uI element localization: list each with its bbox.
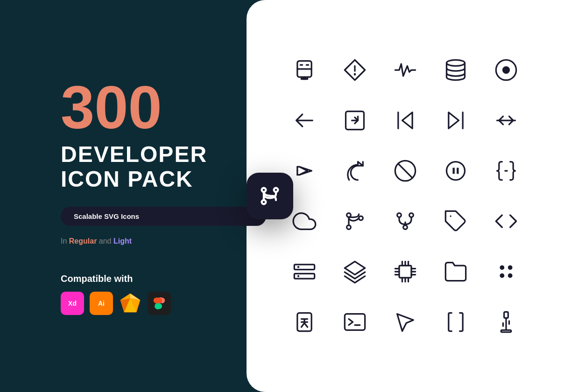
main-container: 300 DEVELOPER ICON PACK Scalable SVG Ico…	[0, 0, 564, 392]
app-icons-row: Xd Ai	[61, 292, 266, 315]
icon-tag-question	[437, 203, 474, 240]
subtitle: In Regular and Light	[61, 237, 266, 245]
svg-rect-38	[294, 273, 314, 279]
icon-cursor	[387, 303, 424, 341]
icon-warning-diamond	[336, 51, 374, 89]
compatible-label: Compatible with	[61, 273, 266, 284]
svg-rect-27	[457, 168, 458, 174]
compatible-section: Compatible with Xd Ai	[61, 273, 266, 315]
icon-terminal	[336, 303, 374, 341]
svg-rect-42	[399, 266, 411, 278]
icon-server-stack	[286, 253, 323, 290]
icon-sort	[286, 303, 323, 341]
ai-label: Ai	[98, 300, 105, 307]
icon-return	[336, 102, 374, 139]
svg-marker-41	[345, 261, 365, 274]
git-branch-icon	[258, 184, 282, 208]
icons-grid	[267, 33, 543, 359]
svg-rect-66	[345, 314, 365, 330]
title-line1: DEVELOPER	[61, 142, 266, 167]
icon-cpu	[387, 253, 424, 290]
icon-brackets	[437, 303, 474, 341]
icon-usb	[487, 303, 525, 341]
icon-grid-dots	[487, 253, 525, 290]
svg-rect-68	[504, 312, 508, 318]
left-panel: 300 DEVELOPER ICON PACK Scalable SVG Ico…	[0, 0, 266, 392]
sketch-icon	[119, 292, 142, 315]
and-text: and	[97, 237, 113, 245]
right-panel	[247, 0, 564, 392]
ai-icon: Ai	[90, 292, 113, 315]
icon-code-xml	[487, 203, 525, 240]
regular-label: Regular	[69, 237, 97, 245]
svg-point-13	[447, 60, 465, 66]
xd-icon: Xd	[61, 292, 84, 315]
icon-activity	[387, 51, 424, 89]
icon-ban	[387, 152, 424, 189]
svg-line-24	[398, 164, 413, 178]
floating-git-button	[247, 173, 293, 219]
light-label: Light	[113, 237, 132, 245]
title-line2: ICON PACK	[61, 167, 266, 192]
icon-skip-forward	[437, 102, 474, 139]
subtitle-prefix: In	[61, 237, 69, 245]
figma-icon	[148, 292, 171, 315]
icon-arrow-left	[286, 102, 323, 139]
svg-point-15	[503, 67, 509, 73]
scalable-badge: Scalable SVG Icons	[61, 207, 266, 226]
icon-record	[487, 51, 525, 89]
svg-point-40	[297, 275, 299, 277]
svg-rect-26	[453, 168, 455, 174]
icon-pause-circle	[437, 152, 474, 189]
icon-git-merge	[336, 203, 374, 240]
icon-layers	[336, 253, 374, 290]
icon-database	[437, 51, 474, 89]
icon-git-fork	[387, 203, 424, 240]
icon-folder	[437, 253, 474, 290]
xd-label: Xd	[68, 300, 77, 307]
icon-redo	[336, 152, 374, 189]
big-number: 300	[61, 77, 266, 138]
icon-code-braces	[487, 152, 525, 189]
icon-skip-back	[387, 102, 424, 139]
svg-point-39	[297, 266, 299, 268]
svg-rect-37	[294, 265, 314, 270]
icon-mastodon	[286, 51, 323, 89]
svg-rect-25	[447, 162, 465, 180]
icon-expand-horizontal	[487, 102, 525, 139]
